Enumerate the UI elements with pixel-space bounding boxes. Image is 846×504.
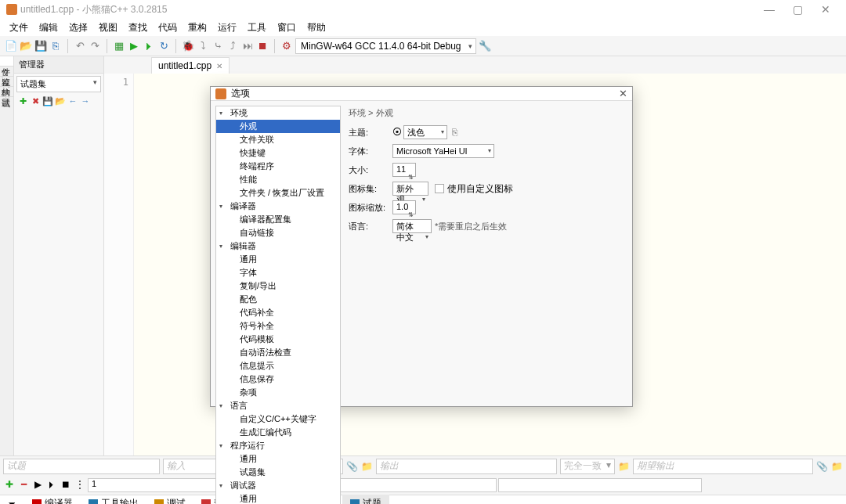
collapse-icon[interactable]: ⏷ [0, 497, 24, 505]
dialog-close-icon[interactable]: ✕ [619, 88, 627, 99]
open-icon[interactable]: 📂 [20, 40, 32, 52]
menu-item[interactable]: 文件 [5, 20, 33, 36]
lang-select[interactable]: 简体中文 [392, 219, 432, 233]
tree-item[interactable]: 通用 [216, 492, 340, 504]
menu-item[interactable]: 选择 [64, 20, 92, 36]
menu-item[interactable]: 编辑 [34, 20, 63, 36]
side-tab[interactable]: 结构 [0, 77, 13, 87]
editor-tab[interactable]: untitled1.cpp ✕ [151, 57, 230, 74]
open-icon[interactable]: 📂 [55, 96, 66, 107]
save-icon[interactable]: 💾 [42, 96, 53, 107]
options-tree[interactable]: 环境外观文件关联快捷键终端程序性能文件夹 / 恢复出厂设置编译器编译器配置集自动… [215, 106, 341, 504]
add-icon[interactable]: ✚ [17, 96, 28, 107]
tree-item[interactable]: 语言 [216, 399, 340, 412]
menu-item[interactable]: 窗口 [273, 20, 301, 36]
theme-select[interactable]: 浅色 [403, 125, 447, 139]
rebuild-icon[interactable]: ↻ [157, 40, 170, 52]
tree-item[interactable]: 文件夹 / 恢复出厂设置 [216, 186, 340, 200]
menu-item[interactable]: 工具 [243, 20, 271, 36]
tree-item[interactable]: 编译器 [216, 200, 340, 213]
iconset-select[interactable]: 新外观 [392, 182, 428, 196]
step-into-icon[interactable]: ⤷ [212, 40, 224, 52]
menu-item[interactable]: 查找 [124, 20, 152, 36]
tree-item[interactable]: 符号补全 [216, 319, 340, 333]
compiler-settings-icon[interactable]: 🔧 [479, 40, 491, 52]
panel-tab[interactable]: 工具输出 [81, 495, 146, 504]
expected-input[interactable]: 期望输出 [633, 459, 813, 474]
tree-item[interactable]: 信息保存 [216, 373, 340, 386]
panel-tab[interactable]: 调试 [146, 495, 193, 504]
tree-item[interactable]: 生成汇编代码 [216, 426, 340, 439]
attach-icon[interactable]: 📎 [816, 461, 828, 472]
tree-item[interactable]: 环境 [216, 106, 340, 120]
new-file-icon[interactable]: 📄 [5, 40, 17, 52]
prev-icon[interactable]: ← [67, 96, 78, 107]
size-spinner[interactable]: 11 [392, 163, 416, 177]
tree-item[interactable]: 字体 [216, 266, 340, 279]
tree-item[interactable]: 杂项 [216, 386, 340, 399]
settings-icon[interactable]: ⚙ [280, 40, 293, 52]
folder-icon[interactable]: 📁 [831, 461, 843, 472]
more-icon[interactable]: ⋮ [74, 479, 86, 491]
undo-icon[interactable]: ↶ [74, 40, 86, 52]
next-icon[interactable]: → [80, 96, 91, 107]
manager-combo[interactable]: 试题集 [16, 76, 101, 92]
tree-item[interactable]: 试题集 [216, 466, 340, 479]
run-all-icon[interactable]: ⏵ [45, 479, 58, 491]
tree-item[interactable]: 编译器配置集 [216, 213, 340, 226]
copy-theme-icon[interactable]: ⎘ [452, 127, 457, 138]
step-out-icon[interactable]: ⤴ [226, 40, 239, 52]
tree-item[interactable]: 信息提示 [216, 359, 340, 373]
iconzoom-spinner[interactable]: 1.0 [392, 200, 416, 214]
menu-item[interactable]: 视图 [94, 20, 122, 36]
side-tab[interactable]: 试题 [0, 87, 13, 97]
tree-item[interactable]: 自动链接 [216, 226, 340, 239]
tree-item[interactable]: 通用 [216, 452, 340, 466]
tree-item[interactable]: 程序运行 [216, 439, 340, 452]
tree-item[interactable]: 终端程序 [216, 160, 340, 173]
stop-case-icon[interactable]: ⏹ [60, 479, 72, 491]
minimize-button[interactable]: — [755, 2, 783, 17]
tree-item[interactable]: 通用 [216, 253, 340, 266]
menu-item[interactable]: 帮助 [302, 20, 331, 36]
remove-case-icon[interactable]: ━ [17, 479, 30, 491]
tree-item[interactable]: 配色 [216, 293, 340, 306]
run-icon[interactable]: ▶ [128, 40, 140, 52]
save-icon[interactable]: 💾 [34, 40, 47, 52]
debug-icon[interactable]: 🐞 [182, 40, 194, 52]
maximize-button[interactable]: ▢ [783, 2, 812, 17]
menu-item[interactable]: 代码 [154, 20, 182, 36]
compiler-combo[interactable]: MinGW-w64 GCC 11.4.0 64-bit Debug [295, 38, 476, 54]
tree-item[interactable]: 自定义C/C++关键字 [216, 412, 340, 426]
tree-item[interactable]: 性能 [216, 173, 340, 186]
side-tab[interactable]: 监视 [0, 67, 13, 77]
menu-item[interactable]: 运行 [213, 20, 241, 36]
tree-item[interactable]: 文件关联 [216, 133, 340, 146]
stop-icon[interactable]: ⏹ [256, 40, 269, 52]
tree-item[interactable]: 复制/导出 [216, 279, 340, 293]
run-case-icon[interactable]: ▶ [31, 479, 44, 491]
tree-item[interactable]: 代码补全 [216, 306, 340, 319]
side-tab[interactable]: 文件 [0, 56, 13, 67]
font-select[interactable]: Microsoft YaHei UI [392, 144, 494, 158]
tab-close-icon[interactable]: ✕ [216, 62, 222, 70]
tree-item[interactable]: 快捷键 [216, 146, 340, 160]
continue-icon[interactable]: ⏭ [241, 40, 254, 52]
tree-item[interactable]: 外观 [216, 120, 340, 133]
close-button[interactable]: ✕ [812, 2, 840, 17]
panel-tab[interactable]: 编译器 [24, 495, 81, 504]
tree-item[interactable]: 自动语法检查 [216, 346, 340, 359]
step-over-icon[interactable]: ⤵ [197, 40, 209, 52]
compile-run-icon[interactable]: ⏵ [143, 40, 155, 52]
add-case-icon[interactable]: ✚ [3, 479, 16, 491]
redo-icon[interactable]: ↷ [89, 40, 101, 52]
remove-icon[interactable]: ✖ [30, 96, 41, 107]
test-input[interactable]: 试题 [3, 459, 160, 474]
tree-item[interactable]: 编辑器 [216, 239, 340, 253]
save-all-icon[interactable]: ⎘ [49, 40, 62, 52]
compile-icon[interactable]: ▦ [113, 40, 125, 52]
tree-item[interactable]: 代码模板 [216, 333, 340, 346]
tree-item[interactable]: 调试器 [216, 479, 340, 492]
menu-item[interactable]: 重构 [183, 20, 212, 36]
custom-icon-checkbox[interactable] [435, 184, 444, 193]
